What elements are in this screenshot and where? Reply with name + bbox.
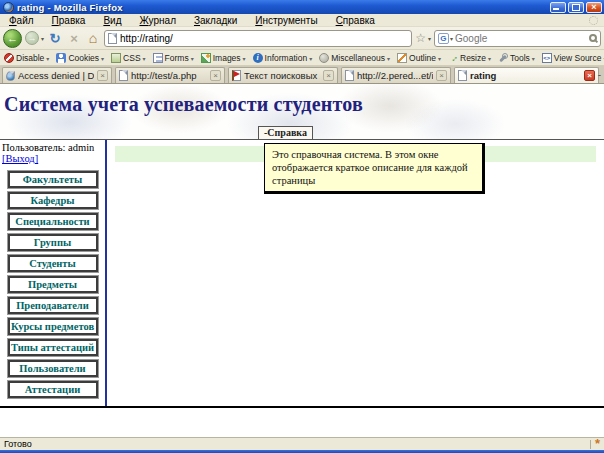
menu-item[interactable]: Закладки — [185, 15, 246, 26]
minimize-button[interactable] — [550, 2, 566, 13]
user-label: Пользователь: admin — [0, 142, 105, 153]
tab-bar: Access denied | Drupal http://test/a.php… — [0, 66, 604, 84]
bookmark-star-icon[interactable]: ☆ — [415, 32, 426, 44]
web-developer-icon[interactable] — [595, 439, 600, 449]
firefox-window: rating - Mozilla Firefox × ФайлПравкаВид… — [0, 0, 604, 453]
page-content: Пользователь: admin [Выход] ФакультетыКа… — [0, 140, 604, 408]
sidebar-button[interactable]: Специальности — [8, 213, 98, 230]
tab-close-button[interactable] — [584, 70, 595, 81]
web-developer-menu[interactable]: Forms — [153, 53, 194, 63]
forms-icon — [153, 53, 163, 63]
tab-close-button[interactable] — [436, 70, 447, 81]
sidebar-button[interactable]: Аттестации — [8, 381, 98, 398]
sidebar-button[interactable]: Факультеты — [8, 171, 98, 188]
chevron-down-icon — [438, 53, 441, 63]
web-developer-items: Disable Cookies CSS Forms Images — [4, 53, 604, 63]
back-button[interactable]: ← — [3, 29, 22, 48]
web-developer-menu[interactable]: Images — [201, 53, 246, 63]
disable-icon — [4, 53, 14, 63]
web-developer-menu[interactable]: Information — [253, 53, 313, 63]
bookmark-dropdown-icon[interactable]: ▾ — [428, 35, 431, 42]
web-developer-menu-label: Forms — [165, 53, 189, 63]
sidebar-button[interactable]: Кафедры — [8, 192, 98, 209]
tab-title: Текст поисковых запросов ... — [244, 70, 320, 81]
web-developer-menu[interactable]: Resize — [448, 53, 491, 63]
sidebar-button[interactable]: Группы — [8, 234, 98, 251]
chevron-down-icon — [143, 53, 146, 63]
stop-button[interactable]: × — [66, 32, 82, 45]
menu-item[interactable]: Вид — [94, 15, 130, 26]
window-controls: × — [550, 2, 602, 13]
reload-button[interactable]: ↻ — [47, 32, 63, 45]
web-developer-menu[interactable]: Disable — [4, 53, 49, 63]
sidebar-button[interactable]: Студенты — [8, 255, 98, 272]
close-button[interactable]: × — [586, 2, 602, 13]
browser-tab[interactable]: rating — [454, 67, 599, 83]
menu-item[interactable]: Журнал — [130, 15, 185, 26]
web-developer-menu-label: Information — [265, 53, 308, 63]
css-icon — [111, 53, 121, 63]
chevron-down-icon — [387, 53, 390, 63]
sidebar-button[interactable]: Типы аттестаций — [8, 339, 98, 356]
web-developer-menu[interactable]: CSS — [111, 53, 146, 63]
tab-close-button[interactable] — [323, 70, 334, 81]
browser-tab[interactable]: Access denied | Drupal — [2, 67, 112, 83]
browser-tab[interactable]: Текст поисковых запросов ... — [228, 67, 338, 83]
tab-close-button[interactable] — [210, 70, 221, 81]
page-header: Система учета успеваемости студентов -Сп… — [0, 84, 604, 140]
chevron-down-icon — [101, 53, 104, 63]
help-tooltip-text: Это справочная система. В этом окне отоб… — [272, 149, 468, 186]
chevron-down-icon — [46, 53, 49, 63]
web-developer-menu-label: Miscellaneous — [331, 53, 385, 63]
web-developer-menu-label: View Source — [554, 53, 602, 63]
web-developer-menu-label: Outline — [409, 53, 436, 63]
help-tooltip: Это справочная система. В этом окне отоб… — [264, 143, 485, 194]
menu-item[interactable]: Файл — [0, 15, 43, 26]
search-box[interactable]: G ▾ — [434, 30, 601, 47]
address-bar[interactable] — [104, 30, 412, 47]
page-viewport: Система учета успеваемости студентов -Сп… — [0, 84, 604, 437]
web-developer-menu[interactable]: Miscellaneous — [319, 53, 390, 63]
flag-icon — [232, 70, 241, 81]
forward-button[interactable]: → — [25, 31, 39, 45]
title-bar: rating - Mozilla Firefox × — [0, 0, 604, 14]
web-developer-menu[interactable]: Tools — [498, 53, 535, 63]
sidebar-button[interactable]: Пользователи — [8, 360, 98, 377]
sidebar-button[interactable]: Преподаватели — [8, 297, 98, 314]
menu-bar: ФайлПравкаВидЖурналЗакладкиИнструментыСп… — [0, 14, 604, 27]
web-developer-menu[interactable]: View Source — [542, 53, 604, 63]
page-icon — [345, 70, 354, 81]
sidebar-button[interactable]: Курсы предметов — [8, 318, 98, 335]
sidebar: Пользователь: admin [Выход] ФакультетыКа… — [0, 140, 107, 406]
throbber-icon — [589, 16, 598, 25]
web-developer-menu[interactable]: Cookies — [56, 53, 104, 63]
tab-close-button[interactable] — [97, 70, 108, 81]
search-engine-dropdown-icon[interactable]: ▾ — [450, 35, 453, 42]
web-developer-menu-label: Tools — [510, 53, 530, 63]
page-icon — [119, 70, 128, 81]
browser-tab[interactable]: http://2.pered...et/index.html — [341, 67, 451, 83]
web-developer-menu-label: Cookies — [68, 53, 99, 63]
tab-title: http://2.pered...et/index.html — [357, 70, 433, 81]
menu-item[interactable]: Правка — [43, 15, 95, 26]
help-tab[interactable]: -Справка — [258, 126, 313, 139]
menu-item[interactable]: Справка — [327, 15, 384, 26]
restore-button[interactable] — [568, 2, 584, 13]
tab-overflow-icon[interactable]: - — [598, 70, 601, 80]
tab-title: Access denied | Drupal — [18, 70, 94, 81]
logout-link[interactable]: [Выход] — [0, 153, 38, 164]
status-separator — [590, 440, 591, 449]
menu-item[interactable]: Инструменты — [246, 15, 326, 26]
sidebar-button[interactable]: Предметы — [8, 276, 98, 293]
resize-icon — [448, 53, 458, 63]
browser-tab[interactable]: http://test/a.php — [115, 67, 225, 83]
history-dropdown-icon[interactable]: ▾ — [41, 35, 44, 42]
search-icon[interactable] — [589, 34, 597, 42]
view-source-icon — [542, 53, 552, 63]
search-input[interactable] — [455, 33, 587, 44]
address-input[interactable] — [120, 33, 408, 44]
miscellaneous-icon — [319, 53, 329, 63]
web-developer-menu[interactable]: Outline — [397, 53, 441, 63]
status-text: Готово — [4, 439, 32, 449]
home-button[interactable]: ⌂ — [85, 31, 101, 45]
